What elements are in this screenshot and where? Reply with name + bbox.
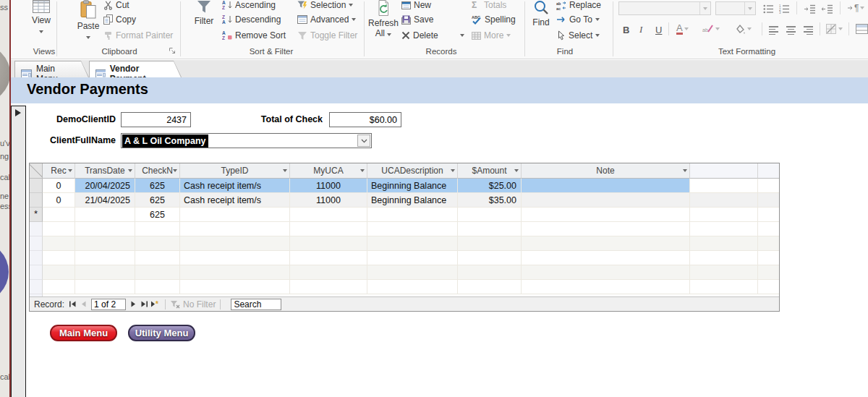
search-input[interactable]: Search <box>231 299 281 310</box>
cell-amount[interactable]: $35.00 <box>458 193 522 208</box>
italic-button[interactable]: I <box>639 23 642 36</box>
svg-text:ab: ab <box>702 27 708 33</box>
highlight-color-button[interactable]: ab <box>702 22 720 35</box>
delete-record-button[interactable]: Delete <box>401 30 464 41</box>
cell-myuca[interactable]: 11000 <box>290 193 367 208</box>
advanced-button[interactable]: Advanced <box>297 14 356 25</box>
remove-sort-button[interactable]: A Z Remove Sort <box>222 30 286 41</box>
cell-ucadescription[interactable]: Beginning Balance <box>367 179 458 193</box>
row-selector[interactable] <box>30 193 43 208</box>
spelling-button[interactable]: ABC Spelling <box>472 14 516 25</box>
cell-note[interactable] <box>522 179 690 193</box>
copy-button[interactable]: Copy <box>103 14 136 25</box>
refresh-all-button[interactable]: Refresh All <box>367 0 400 38</box>
cell-note[interactable] <box>522 193 690 208</box>
cell-myuca[interactable] <box>290 208 367 222</box>
find-button[interactable]: Find <box>527 0 555 27</box>
paragraph-marks-button[interactable]: ¶ <box>847 1 864 14</box>
column-header-checkno[interactable]: CheckN <box>135 163 180 179</box>
new-record-button[interactable]: New <box>401 0 431 11</box>
chevron-down-icon <box>361 139 367 143</box>
new-record-selector[interactable]: * <box>30 208 43 222</box>
svg-text:A: A <box>222 30 226 35</box>
column-header-transdate[interactable]: TransDate <box>75 163 135 179</box>
go-to-dropdown-chevron <box>595 18 600 21</box>
cell-rec[interactable]: 0 <box>43 179 75 193</box>
highlight-chevron <box>715 27 720 30</box>
go-to-button[interactable]: Go To <box>556 14 600 25</box>
filter-button[interactable]: Filter <box>189 0 219 26</box>
cell-note[interactable] <box>522 208 690 222</box>
clipboard-dialog-launcher[interactable] <box>169 47 176 54</box>
cell-typeid[interactable]: Cash receipt item/s <box>180 179 290 193</box>
cell-checkno[interactable]: 625 <box>135 179 180 193</box>
row-selector[interactable] <box>30 179 43 193</box>
combo-dropdown-button[interactable] <box>357 135 370 147</box>
cell-typeid[interactable]: Cash receipt item/s <box>180 193 290 208</box>
cell-transdate[interactable]: 21/04/2025 <box>75 193 135 208</box>
column-header-typeid[interactable]: TypeID <box>180 163 290 179</box>
new-blank-record-button[interactable]: * <box>150 299 161 310</box>
numbering-button[interactable]: 1 2 3 <box>779 2 790 15</box>
cell-checkno[interactable]: 625 <box>135 193 180 208</box>
cell-rec[interactable]: 0 <box>43 193 75 208</box>
align-left-button[interactable] <box>769 24 778 37</box>
total-of-check-field[interactable]: $60.00 <box>329 112 401 127</box>
font-color-button[interactable]: A <box>676 22 689 35</box>
demo-client-id-field[interactable]: 2437 <box>121 112 191 127</box>
cell-checkno[interactable]: 625 <box>135 208 180 222</box>
cell-rec[interactable] <box>43 208 75 222</box>
column-header-amount[interactable]: $Amount <box>458 163 522 179</box>
alternate-row-color-button[interactable] <box>856 22 868 35</box>
replace-button[interactable]: ab ac Replace <box>556 0 601 11</box>
column-header-myuca[interactable]: MyUCA <box>290 163 367 179</box>
align-right-button[interactable] <box>804 24 813 37</box>
next-record-button[interactable] <box>128 299 139 310</box>
align-center-button[interactable] <box>786 24 796 37</box>
cell-transdate[interactable]: 20/04/2025 <box>75 179 135 193</box>
column-header-ucadescription[interactable]: UCADescription <box>367 163 458 179</box>
cell-transdate[interactable] <box>75 208 135 222</box>
select-button[interactable]: Select <box>556 30 600 41</box>
utility-menu-button[interactable]: Utility Menu <box>128 325 195 341</box>
client-full-name-combo[interactable]: A & L Oil Company <box>121 133 372 148</box>
document-tab-bar: Main Menu Vendor Payment <box>11 60 868 77</box>
cell-typeid[interactable] <box>180 208 290 222</box>
increase-indent-button[interactable] <box>804 2 816 15</box>
cell-ucadescription[interactable] <box>367 208 458 222</box>
gridlines-button[interactable] <box>826 22 843 35</box>
more-table-icon <box>472 32 481 40</box>
paste-button[interactable]: Paste <box>72 0 105 41</box>
select-cursor-icon <box>556 30 566 40</box>
cell-ucadescription[interactable]: Beginning Balance <box>367 193 458 208</box>
form-record-selector-bar[interactable] <box>11 106 26 397</box>
fill-chevron <box>747 27 752 30</box>
bold-button[interactable]: B <box>623 23 629 36</box>
selection-button[interactable]: Selection <box>297 0 353 11</box>
last-record-button[interactable] <box>139 299 150 310</box>
cell-amount[interactable] <box>458 208 522 222</box>
select-all-cell[interactable] <box>30 163 43 179</box>
tab-main-menu[interactable]: Main Menu <box>14 61 89 77</box>
column-header-rec[interactable]: Rec <box>43 163 75 179</box>
filter-funnel-icon <box>197 0 211 14</box>
main-menu-button[interactable]: Main Menu <box>50 325 117 341</box>
cell-amount[interactable]: $25.00 <box>458 179 522 193</box>
save-button[interactable]: Save <box>401 14 433 25</box>
view-button[interactable]: View <box>24 0 59 35</box>
column-header-note[interactable]: Note <box>522 163 690 179</box>
cell-myuca[interactable]: 11000 <box>290 179 367 193</box>
descending-button[interactable]: Z A Descending <box>222 14 281 25</box>
ascending-button[interactable]: A Z Ascending <box>222 0 276 11</box>
tab-vendor-payment[interactable]: Vendor Payment <box>89 61 182 77</box>
bullets-button[interactable] <box>763 2 774 15</box>
background-fill-button[interactable] <box>734 22 752 35</box>
first-record-button[interactable] <box>67 299 78 310</box>
decrease-indent-button[interactable] <box>821 2 833 15</box>
underline-button[interactable]: U <box>655 23 662 36</box>
no-filter-icon <box>170 300 180 309</box>
cut-button[interactable]: Cut <box>103 0 129 11</box>
go-to-arrow-icon <box>556 15 566 24</box>
record-position-box[interactable]: 1 of 2 <box>91 299 126 310</box>
background-text: ss <box>0 3 8 12</box>
